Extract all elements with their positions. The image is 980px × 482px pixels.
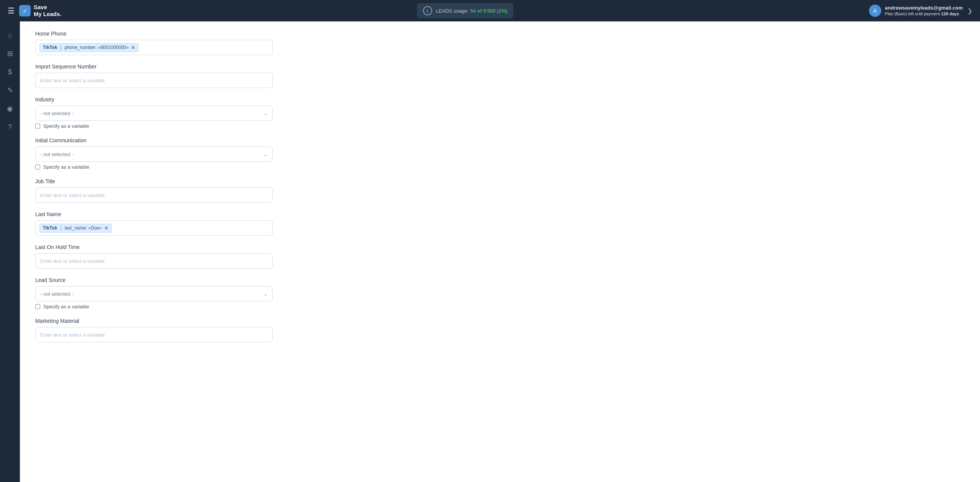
nav-right: A andrewsavemyleads@gmail.com Plan |Basi… <box>869 5 972 17</box>
label-job-title: Job Title <box>35 178 965 184</box>
main-layout: ⌂ ⊞ $ ✎ ◉ ? Home Phone TikTok | phone_nu… <box>0 21 980 482</box>
label-last-name: Last Name <box>35 211 965 217</box>
home-phone-tag: TikTok | phone_number: «8001000000» ✕ <box>39 43 139 52</box>
lead-source-checkbox-row: Specify as a variable <box>35 304 965 309</box>
label-lead-source: Lead Source <box>35 277 965 283</box>
field-marketing-material: Marketing Material <box>35 318 965 342</box>
initial-communication-specify-variable-label: Specify as a variable <box>43 164 89 170</box>
logo-icon: ✓ <box>19 5 31 16</box>
label-marketing-material: Marketing Material <box>35 318 965 324</box>
industry-specify-variable-checkbox[interactable] <box>35 124 40 129</box>
leads-usage-box: i LEADS usage: 54 of 5'000 (1%) <box>417 3 514 18</box>
import-sequence-input[interactable] <box>35 73 273 88</box>
lead-source-specify-variable-label: Specify as a variable <box>43 304 89 309</box>
marketing-material-input[interactable] <box>35 327 273 342</box>
last-name-tag: TikTok | last_name: «Doe» ✕ <box>39 224 112 233</box>
industry-select[interactable]: - not selected - <box>35 106 273 121</box>
lead-source-select[interactable]: - not selected - <box>35 286 273 301</box>
last-name-tag-remove-icon[interactable]: ✕ <box>104 225 108 231</box>
industry-specify-variable-label: Specify as a variable <box>43 123 89 129</box>
industry-select-wrapper: - not selected - ⌄ <box>35 106 273 121</box>
lead-source-select-wrapper: - not selected - ⌄ <box>35 286 273 301</box>
app-name: Save My Leads. <box>34 4 62 18</box>
user-area: A andrewsavemyleads@gmail.com Plan |Basi… <box>869 5 963 17</box>
last-name-tag-input[interactable]: TikTok | last_name: «Doe» ✕ <box>35 220 273 236</box>
logo-area: ✓ Save My Leads. <box>19 4 62 18</box>
field-import-sequence: Import Sequence Number <box>35 64 965 88</box>
initial-communication-select[interactable]: - not selected - <box>35 147 273 162</box>
sidebar-item-integrations[interactable]: ⊞ <box>2 46 18 61</box>
industry-checkbox-row: Specify as a variable <box>35 123 965 129</box>
home-phone-tag-input[interactable]: TikTok | phone_number: «8001000000» ✕ <box>35 40 273 55</box>
nav-center: i LEADS usage: 54 of 5'000 (1%) <box>417 3 514 18</box>
nav-left: ☰ ✓ Save My Leads. <box>8 4 62 18</box>
initial-communication-select-wrapper: - not selected - ⌄ <box>35 147 273 162</box>
last-on-hold-time-input[interactable] <box>35 253 273 269</box>
sidebar-item-account[interactable]: ◉ <box>2 101 18 116</box>
sidebar-item-home[interactable]: ⌂ <box>2 28 18 43</box>
user-info: andrewsavemyleads@gmail.com Plan |Basic|… <box>885 5 963 16</box>
user-menu-chevron-icon[interactable]: ❯ <box>967 7 972 15</box>
form-panel: Home Phone TikTok | phone_number: «80010… <box>20 21 980 482</box>
label-home-phone: Home Phone <box>35 31 965 37</box>
top-navigation: ☰ ✓ Save My Leads. i LEADS usage: 54 of … <box>0 0 980 21</box>
hamburger-menu-icon[interactable]: ☰ <box>8 6 15 15</box>
user-avatar: A <box>869 5 881 17</box>
field-industry: Industry - not selected - ⌄ Specify as a… <box>35 96 965 129</box>
sidebar-item-tools[interactable]: ✎ <box>2 83 18 98</box>
lead-source-specify-variable-checkbox[interactable] <box>35 304 40 309</box>
job-title-input[interactable] <box>35 187 273 203</box>
label-initial-communication: Initial Communication <box>35 137 965 143</box>
home-phone-tag-remove-icon[interactable]: ✕ <box>131 45 135 50</box>
field-lead-source: Lead Source - not selected - ⌄ Specify a… <box>35 277 965 309</box>
content-area: Home Phone TikTok | phone_number: «80010… <box>20 21 980 482</box>
field-initial-communication: Initial Communication - not selected - ⌄… <box>35 137 965 170</box>
label-industry: Industry <box>35 96 965 103</box>
field-last-name: Last Name TikTok | last_name: «Doe» ✕ <box>35 211 965 236</box>
label-import-sequence: Import Sequence Number <box>35 64 965 70</box>
sidebar-item-billing[interactable]: $ <box>2 64 18 80</box>
initial-communication-specify-variable-checkbox[interactable] <box>35 164 40 169</box>
sidebar-item-help[interactable]: ? <box>2 119 18 135</box>
sidebar: ⌂ ⊞ $ ✎ ◉ ? <box>0 21 20 482</box>
leads-usage-text: LEADS usage: 54 of 5'000 (1%) <box>436 7 508 14</box>
initial-communication-checkbox-row: Specify as a variable <box>35 164 965 170</box>
field-home-phone: Home Phone TikTok | phone_number: «80010… <box>35 31 965 55</box>
field-last-on-hold-time: Last On Hold Time <box>35 244 965 269</box>
info-icon: i <box>423 6 432 15</box>
label-last-on-hold-time: Last On Hold Time <box>35 244 965 250</box>
field-job-title: Job Title <box>35 178 965 203</box>
